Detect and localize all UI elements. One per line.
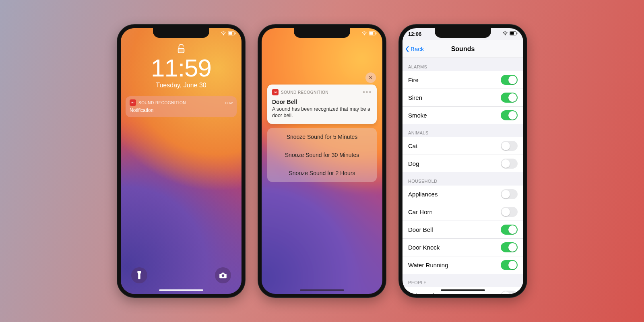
settings-row[interactable]: Siren xyxy=(402,89,523,107)
svg-rect-4 xyxy=(178,48,184,53)
svg-point-0 xyxy=(223,35,224,35)
toggle-switch[interactable] xyxy=(501,225,518,235)
home-indicator[interactable] xyxy=(441,289,485,291)
more-icon[interactable]: ••• xyxy=(363,89,372,96)
svg-rect-9 xyxy=(369,32,373,35)
section-header: ALARMS xyxy=(402,58,523,71)
battery-icon xyxy=(510,31,518,35)
settings-list[interactable]: ALARMSFireSirenSmokeANIMALSCatDogHOUSEHO… xyxy=(402,58,523,294)
section-header: PEOPLE xyxy=(402,274,523,287)
row-label: Dog xyxy=(408,160,501,167)
notch xyxy=(294,28,350,38)
chevron-left-icon xyxy=(405,45,410,53)
svg-point-11 xyxy=(275,92,276,93)
phone-settings-sounds: 12:06 Back Sounds ALARMSFireSirenSmokeAN… xyxy=(398,24,527,298)
row-label: Appliances xyxy=(408,191,501,198)
settings-row[interactable]: Water Running xyxy=(402,256,523,274)
notification-app-name: SOUND RECOGNITION xyxy=(138,101,186,105)
flashlight-icon xyxy=(136,271,142,279)
settings-row[interactable]: Cat xyxy=(402,137,523,155)
status-time: 12:06 xyxy=(408,31,421,37)
close-button[interactable]: ✕ xyxy=(365,72,376,83)
phone-lock-screen: 11:59 Tuesday, June 30 SOUND RECOGNITION… xyxy=(117,24,246,298)
svg-rect-15 xyxy=(517,33,518,35)
toggle-switch[interactable] xyxy=(501,93,518,103)
row-label: Water Running xyxy=(408,262,501,268)
notification-banner[interactable]: SOUND RECOGNITION now Notification xyxy=(126,96,237,117)
toggle-switch[interactable] xyxy=(501,75,518,85)
settings-row[interactable]: Door Bell xyxy=(402,221,523,239)
notification-app-name: SOUND RECOGNITION xyxy=(281,90,328,95)
svg-point-6 xyxy=(222,275,224,277)
section-header: ANIMALS xyxy=(402,124,523,137)
battery-icon xyxy=(228,31,236,35)
row-label: Door Knock xyxy=(408,244,501,251)
settings-row[interactable]: Smoke xyxy=(402,107,523,124)
row-label: Smoke xyxy=(408,112,501,119)
settings-row[interactable]: Appliances xyxy=(402,186,523,203)
row-label: Cat xyxy=(408,142,501,149)
svg-point-5 xyxy=(132,102,134,103)
svg-rect-14 xyxy=(510,32,514,35)
lock-icon xyxy=(177,43,186,54)
toggle-switch[interactable] xyxy=(501,159,518,169)
notification-body: Notification xyxy=(130,107,233,113)
nav-title: Sounds xyxy=(451,45,475,53)
row-label: Car Horn xyxy=(408,208,501,215)
row-label: Door Bell xyxy=(408,226,501,233)
lock-time: 11:59 xyxy=(151,55,211,81)
svg-rect-2 xyxy=(229,32,232,35)
wifi-icon xyxy=(361,31,367,35)
settings-row[interactable]: Door Knock xyxy=(402,239,523,256)
settings-row[interactable]: Car Horn xyxy=(402,203,523,221)
row-label: Siren xyxy=(408,94,501,101)
notification-title: Door Bell xyxy=(272,99,372,105)
settings-row[interactable]: Fire xyxy=(402,71,523,89)
wifi-icon xyxy=(221,31,226,35)
snooze-5-min-button[interactable]: Snooze Sound for 5 Minutes xyxy=(267,128,377,146)
notification-body: A sound has been recognized that may be … xyxy=(272,106,372,119)
sound-recognition-app-icon xyxy=(272,89,279,95)
phone-notification-expanded: ✕ SOUND RECOGNITION ••• Door Bell A soun… xyxy=(258,24,386,298)
snooze-30-min-button[interactable]: Snooze Sound for 30 Minutes xyxy=(267,146,377,164)
camera-button[interactable] xyxy=(215,267,231,283)
section-header: HOUSEHOLD xyxy=(402,172,523,186)
settings-row[interactable]: Dog xyxy=(402,155,523,172)
notch xyxy=(435,28,491,38)
toggle-switch[interactable] xyxy=(501,141,518,151)
battery-icon xyxy=(369,31,377,35)
sound-recognition-app-icon xyxy=(130,99,136,106)
row-label: Baby Crying xyxy=(408,292,501,294)
toggle-switch[interactable] xyxy=(501,260,518,270)
toggle-switch[interactable] xyxy=(501,291,518,294)
home-indicator[interactable] xyxy=(159,289,203,291)
status-bar xyxy=(502,31,518,35)
home-indicator[interactable] xyxy=(300,289,344,291)
lock-date: Tuesday, June 30 xyxy=(156,82,206,89)
status-bar xyxy=(221,31,236,35)
svg-rect-10 xyxy=(376,33,377,35)
toggle-switch[interactable] xyxy=(501,189,518,199)
toggle-switch[interactable] xyxy=(501,242,518,252)
notification-timestamp: now xyxy=(225,101,233,105)
status-bar xyxy=(361,31,377,35)
row-label: Fire xyxy=(408,76,501,83)
navbar: Back Sounds xyxy=(402,40,523,58)
notch xyxy=(153,28,209,38)
notification-card[interactable]: SOUND RECOGNITION ••• Door Bell A sound … xyxy=(267,85,377,124)
svg-point-7 xyxy=(364,35,365,35)
back-button[interactable]: Back xyxy=(405,40,424,58)
wifi-icon xyxy=(502,31,508,35)
close-icon: ✕ xyxy=(368,74,373,81)
svg-rect-3 xyxy=(235,33,236,35)
toggle-switch[interactable] xyxy=(501,110,518,120)
flashlight-button[interactable] xyxy=(131,267,147,283)
camera-icon xyxy=(219,272,227,279)
snooze-2-hours-button[interactable]: Snooze Sound for 2 Hours xyxy=(267,164,377,182)
toggle-switch[interactable] xyxy=(501,207,518,217)
svg-point-12 xyxy=(505,35,506,35)
back-label: Back xyxy=(411,45,424,52)
notification-actions: Snooze Sound for 5 Minutes Snooze Sound … xyxy=(267,128,377,182)
